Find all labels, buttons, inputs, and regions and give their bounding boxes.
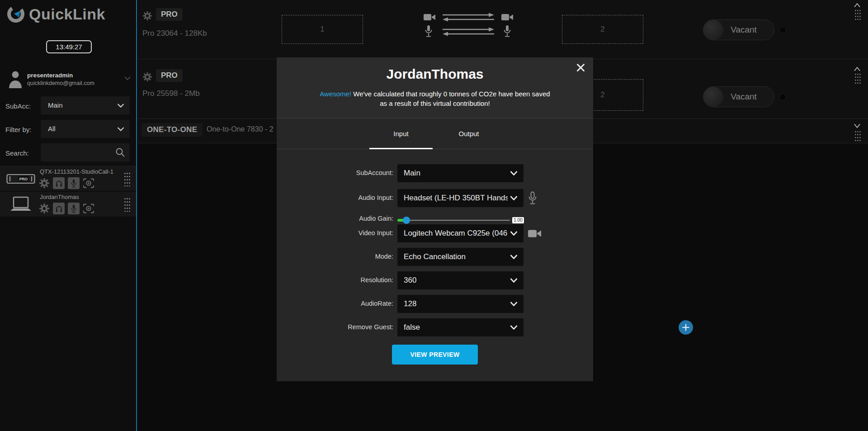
quicklink-logo-icon — [5, 4, 27, 24]
preview-eye-icon[interactable] — [83, 203, 94, 214]
device-name: JordanThomas — [40, 194, 79, 200]
audiorate-select[interactable]: 128 — [397, 295, 524, 313]
modal-header: JordanThomas Awesome! We've calculated t… — [277, 57, 593, 118]
collapse-up-icon[interactable] — [854, 66, 861, 71]
device-name: QTX-12113201-StudioCall-1 — [40, 168, 113, 175]
field-audio-input: Audio Input: Headset (LE-HD 350BT Hands- — [277, 189, 593, 207]
vacant-toggle[interactable]: Vacant — [703, 19, 774, 40]
status-label: Vacant — [703, 87, 774, 107]
microphone-icon — [425, 25, 433, 38]
status-label: Vacant — [703, 20, 774, 40]
close-icon[interactable] — [576, 63, 585, 72]
account-expand-icon[interactable] — [124, 76, 131, 80]
search-label: Search: — [5, 149, 29, 157]
search-icon[interactable] — [115, 147, 125, 157]
row-settings-gear-icon[interactable] — [142, 72, 152, 82]
pro-rack-icon: PRO — [6, 171, 35, 187]
chevron-down-icon — [510, 196, 518, 200]
field-subaccount: SubAccount: Main — [277, 164, 593, 182]
field-audiorate: AudioRate: 128 — [277, 295, 593, 313]
filter-select[interactable]: All — [41, 120, 130, 138]
account-name: presenteradmin — [27, 72, 73, 79]
chevron-down-icon — [117, 104, 124, 108]
channel-row-pro-23064: PRO Pro 23064 - 128Kb 1 2 — [138, 0, 868, 59]
row-type-badge: ONE-TO-ONE — [142, 123, 203, 137]
slot-2[interactable]: 2 — [562, 15, 643, 44]
device-item-studiocall[interactable]: PRO QTX-12113201-StudioCall-1 — [0, 166, 136, 191]
add-button[interactable] — [679, 320, 693, 335]
video-input-select[interactable]: Logitech Webcam C925e (046 — [397, 224, 524, 242]
chevron-down-icon — [117, 127, 124, 131]
guest-settings-modal: JordanThomas Awesome! We've calculated t… — [277, 57, 593, 381]
account-email: quicklinkdemo@gmail.com — [27, 80, 94, 86]
subaccount-select[interactable]: Main — [397, 164, 524, 182]
logo-text: QuickLink — [29, 5, 105, 23]
subacc-label: SubAcc: — [5, 102, 31, 110]
camera-icon — [501, 13, 514, 21]
view-preview-button[interactable]: VIEW PREVIEW — [392, 345, 478, 365]
search-input[interactable] — [45, 145, 113, 160]
preview-eye-icon[interactable] — [83, 178, 94, 189]
camera-icon — [528, 229, 542, 238]
field-resolution: Resolution: 360 — [277, 271, 593, 289]
co2-message: Awesome! We've calculated that roughly 0… — [319, 89, 552, 108]
status-led — [779, 27, 786, 33]
settings-gear-icon[interactable] — [39, 203, 50, 214]
co2-message-body: We've calculated that roughly 0 tonnes o… — [353, 90, 550, 107]
chevron-down-icon — [510, 302, 518, 306]
mode-select[interactable]: Echo Cancellation — [397, 248, 524, 266]
avatar — [8, 70, 23, 88]
device-item-jordanthomas[interactable]: JordanThomas — [0, 192, 136, 217]
resolution-select[interactable]: 360 — [397, 271, 524, 289]
microphone-button[interactable] — [68, 203, 80, 214]
row-type-badge: PRO — [156, 8, 183, 21]
slot-1[interactable]: 1 — [282, 15, 363, 44]
row-drag-handle[interactable] — [854, 9, 861, 21]
microphone-icon — [70, 204, 77, 213]
field-mode: Mode: Echo Cancellation — [277, 248, 593, 266]
headphones-icon — [55, 205, 63, 213]
laptop-icon — [9, 196, 33, 213]
headphones-button[interactable] — [53, 203, 65, 214]
slider-track — [397, 220, 510, 221]
drag-handle[interactable] — [124, 197, 131, 212]
chevron-down-icon — [510, 255, 518, 259]
svg-text:PRO: PRO — [19, 177, 28, 181]
status-led — [779, 94, 786, 100]
camera-icon — [424, 13, 436, 21]
search-field — [41, 143, 130, 161]
row-type-badge: PRO — [156, 69, 183, 82]
settings-gear-icon[interactable] — [39, 178, 50, 189]
vacant-toggle[interactable]: Vacant — [703, 86, 774, 107]
remove-guest-select[interactable]: false — [397, 318, 524, 336]
field-video-input: Video Input: Logitech Webcam C925e (046 — [277, 224, 593, 242]
row-settings-gear-icon[interactable] — [142, 11, 152, 21]
co2-message-highlight: Awesome! — [320, 90, 351, 98]
expand-down-icon[interactable] — [854, 123, 861, 128]
modal-title: JordanThomas — [277, 57, 593, 82]
video-transfer-arrows — [442, 13, 495, 22]
tab-output[interactable]: Output — [435, 118, 503, 149]
app-logo: QuickLink — [5, 4, 105, 24]
microphone-button[interactable] — [68, 177, 80, 189]
subacc-select[interactable]: Main — [41, 96, 130, 114]
chevron-down-icon — [510, 171, 518, 175]
slider-thumb[interactable] — [403, 217, 410, 224]
tab-input[interactable]: Input — [367, 118, 435, 149]
row-title: One-to-One 7830 - 2 — [207, 125, 274, 133]
plus-icon — [682, 323, 690, 332]
collapse-up-icon[interactable] — [854, 3, 861, 8]
drag-handle[interactable] — [124, 172, 131, 186]
row-drag-handle[interactable] — [854, 130, 861, 142]
row-drag-handle[interactable] — [854, 73, 861, 85]
microphone-icon — [503, 25, 511, 38]
audio-input-select[interactable]: Headset (LE-HD 350BT Hands- — [397, 189, 524, 207]
filter-label: Filter by: — [5, 126, 32, 133]
sidebar: QuickLink 13:49:27 presenteradmin quickl… — [0, 0, 137, 431]
account-section[interactable]: presenteradmin quicklinkdemo@gmail.com — [0, 69, 137, 91]
headphones-button[interactable] — [53, 177, 65, 189]
row-title: Pro 25598 - 2Mb — [142, 89, 200, 98]
audio-gain-value: 1.00 — [512, 217, 524, 223]
modal-tab-bar: Input Output — [277, 118, 593, 149]
audio-transfer-arrows — [442, 27, 495, 36]
